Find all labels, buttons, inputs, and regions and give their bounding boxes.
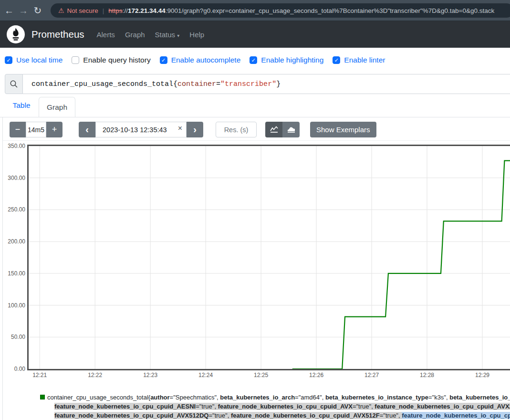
checkbox-box[interactable] [72,56,79,64]
url-segment: 172.21.34.44 [128,7,166,14]
legend-segment: ="true", [353,403,375,410]
legend-segment: beta_kubernetes_io_os [449,394,510,401]
query-token: "transcriber" [220,80,276,88]
y-axis-label: 250.00 [0,206,25,213]
stacked-chart-toggle-button[interactable] [282,122,300,137]
legend-segment: ="amd64", [295,394,325,401]
legend-segment: ="true", [380,412,402,419]
checkbox-box[interactable]: ✓ [5,56,12,64]
chart-plot-area[interactable] [27,145,510,370]
legend-segment: ="true", [208,412,230,419]
legend-line: container_cpu_usage_seconds_total{author… [47,393,510,402]
chart-svg [29,146,510,369]
query-expression[interactable]: container_cpu_usage_seconds_total{contai… [23,74,510,94]
prometheus-navbar: Prometheus Alerts Graph Status ▾ Help [0,21,510,48]
datetime-input[interactable] [95,122,187,137]
x-axis-label: 12:24 [194,372,218,378]
browser-toolbar: ← → ↻ ⚠ Not secure | https://172.21.34.4… [0,0,510,21]
chevron-down-icon: ▾ [177,33,179,38]
legend-segment: feature_node_kubernetes_io_cpu_cpuid_AVX [218,403,353,410]
duration-decrease-button[interactable]: − [10,122,26,137]
url-segment: :9001/graph?g0.expr=container_cpu_usage_… [166,7,495,14]
checkbox-label: Enable autocomplete [171,56,241,64]
legend-segment: beta_kubernetes_io_arch [220,394,295,401]
legend-segment: container_cpu_usage_seconds_total{ [47,394,150,401]
warning-icon: ⚠ [58,7,64,14]
y-axis-label: 50.00 [0,334,25,340]
search-icon [5,74,23,94]
nav-link-graph[interactable]: Graph [125,31,145,39]
time-back-button[interactable]: ‹ [79,122,95,137]
checkbox-box[interactable]: ✓ [333,56,340,64]
y-axis-label: 300.00 [0,175,25,181]
checkbox-enable-query-history[interactable]: Enable query history [72,56,150,64]
legend-segment: feature_node_kubernetes_io_cpu_cpuid_AVX… [54,412,208,419]
nav-link-help[interactable]: Help [189,31,204,39]
legend-segment: ="Speechmatics", [170,394,220,401]
tab-table[interactable]: Table [6,101,37,110]
legend-segment: ="k3s", [428,394,449,401]
panel-border [2,117,3,420]
app: ← → ↻ ⚠ Not secure | https://172.21.34.4… [0,0,510,420]
duration-input[interactable] [26,122,46,137]
legend-swatch [40,395,45,399]
query-token: { [173,80,177,88]
checkbox-use-local-time[interactable]: ✓Use local time [5,56,62,64]
show-exemplars-button[interactable]: Show Exemplars [310,122,376,137]
nav-link-alerts[interactable]: Alerts [97,31,115,39]
y-axis-label: 350.00 [0,143,25,149]
checkbox-enable-linter[interactable]: ✓Enable linter [333,56,385,64]
browser-forward-icon[interactable]: → [16,6,31,15]
checkbox-label: Enable query history [83,56,150,64]
browser-back-icon[interactable]: ← [2,6,16,15]
legend-lines: container_cpu_usage_seconds_total{author… [47,393,510,420]
controls-divider [3,140,510,141]
nav-link-status[interactable]: Status ▾ [155,31,180,39]
duration-increase-button[interactable]: + [46,122,62,137]
query-token: = [216,80,220,88]
browser-reload-icon[interactable]: ↻ [31,6,45,15]
datetime-wrapper: × [95,122,187,137]
checkbox-enable-autocomplete[interactable]: ✓Enable autocomplete [160,56,241,64]
url-separator: | [103,7,104,14]
url-segment: https [108,7,122,14]
stacked-chart-icon [287,126,295,133]
legend-segment: feature_node_kubernetes_io_cpu_cpuid_AVX… [402,412,510,419]
query-input-group: container_cpu_usage_seconds_total{contai… [5,74,510,94]
not-secure-label[interactable]: Not secure [67,7,98,14]
x-axis-label: 12:26 [304,372,328,378]
line-chart-toggle-button[interactable] [265,122,282,137]
x-axis-label: 12:25 [249,372,273,378]
time-forward-button[interactable]: › [187,122,203,137]
x-axis-label: 12:28 [415,372,439,378]
resolution-input[interactable] [216,122,257,137]
address-bar[interactable]: ⚠ Not secure | https://172.21.34.44:9001… [51,3,510,18]
legend-line: feature_node_kubernetes_io_cpu_cpuid_AES… [47,402,510,411]
checkbox-enable-highlighting[interactable]: ✓Enable highlighting [250,56,323,64]
legend-segment: ="true", [196,403,218,410]
x-axis-label: 12:22 [83,372,107,378]
tab-graph[interactable]: Graph [39,97,75,117]
line-chart-icon [270,126,278,133]
legend-segment: beta_kubernetes_io_instance_type [325,394,428,401]
checkbox-box[interactable]: ✓ [160,56,167,64]
legend-segment: feature_node_kubernetes_io_cpu_cpuid_AES… [54,403,196,410]
url-segment: :// [123,7,128,14]
query-token: container_cpu_usage_seconds_total [31,80,173,88]
clear-icon[interactable]: × [178,124,182,133]
url-text[interactable]: https://172.21.34.44:9001/graph?g0.expr=… [108,7,494,14]
prometheus-logo[interactable] [7,25,25,43]
options-row: ✓Use local timeEnable query history✓Enab… [5,54,385,66]
y-axis-label: 150.00 [0,270,25,277]
x-axis-label: 12:21 [28,372,52,378]
brand-title[interactable]: Prometheus [31,29,84,40]
query-token: } [276,80,281,88]
checkbox-box[interactable]: ✓ [250,56,257,64]
chart-legend: container_cpu_usage_seconds_total{author… [40,393,510,420]
legend-segment: author [150,394,169,401]
query-token: container [177,80,216,88]
legend-segment: feature_node_kubernetes_io_cpu_cpuid_AVX… [231,412,380,419]
checkbox-label: Use local time [16,56,62,64]
legend-item[interactable]: container_cpu_usage_seconds_total{author… [40,393,510,420]
x-axis-label: 12:29 [470,372,494,378]
